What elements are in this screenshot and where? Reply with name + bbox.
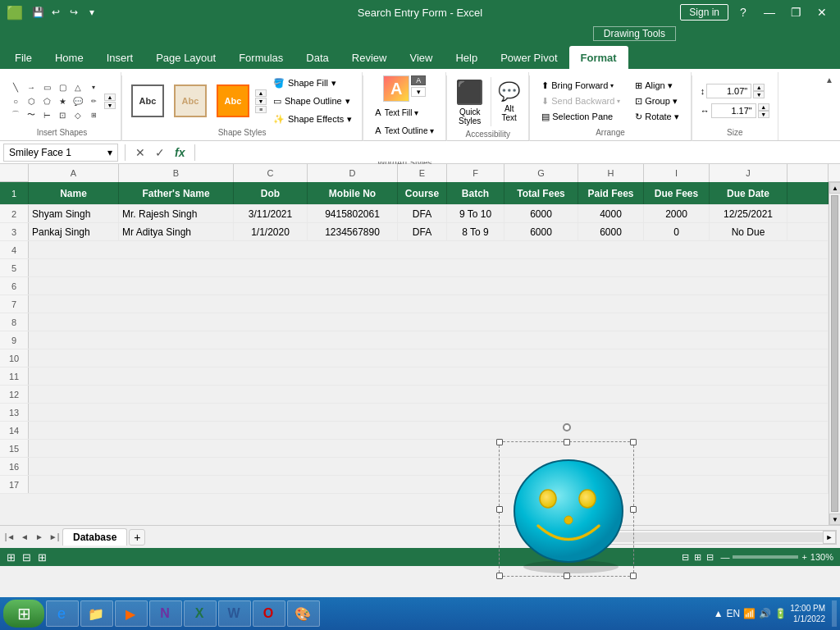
shape-hexagon[interactable]: ⬡ bbox=[24, 94, 39, 107]
cell-header-fathername[interactable]: Father's Name bbox=[119, 182, 234, 204]
maximize-button[interactable]: ❐ bbox=[784, 4, 807, 21]
col-header-i[interactable]: I bbox=[644, 164, 710, 182]
tray-battery-icon[interactable]: 🔋 bbox=[774, 608, 787, 619]
cell-3-f[interactable]: 8 To 9 bbox=[447, 223, 504, 240]
row-num-6[interactable]: 6 bbox=[0, 277, 29, 294]
pagebreak-view-btn[interactable]: ⊟ bbox=[706, 552, 714, 563]
col-header-d[interactable]: D bbox=[308, 164, 398, 182]
handle-tl[interactable] bbox=[496, 439, 503, 445]
send-backward-btn[interactable]: ⬇ Send Backward ▾ bbox=[535, 94, 627, 108]
row-num-13[interactable]: 13 bbox=[0, 404, 29, 421]
tab-page-layout[interactable]: Page Layout bbox=[144, 46, 227, 69]
row-num-12[interactable]: 12 bbox=[0, 386, 29, 403]
row-num-4[interactable]: 4 bbox=[0, 241, 29, 258]
row-num-10[interactable]: 10 bbox=[0, 349, 29, 367]
row-num-2[interactable]: 2 bbox=[0, 205, 29, 222]
shape-rect[interactable]: ▭ bbox=[39, 80, 54, 94]
shape-callout[interactable]: 💬 bbox=[71, 94, 85, 107]
send-backward-dropdown[interactable]: ▾ bbox=[617, 98, 620, 105]
shape-frame[interactable]: ⊡ bbox=[55, 108, 70, 121]
shape-curve[interactable]: 〜 bbox=[24, 108, 39, 121]
tab-review[interactable]: Review bbox=[340, 46, 399, 69]
fill-dropdown[interactable]: ▾ bbox=[331, 78, 336, 89]
shape-expand[interactable]: ⊞ bbox=[86, 108, 101, 121]
handle-bl[interactable] bbox=[496, 573, 503, 579]
row-num-11[interactable]: 11 bbox=[0, 368, 29, 385]
hscroll-right[interactable]: ► bbox=[823, 531, 836, 544]
cancel-formula-btn[interactable]: ✕ bbox=[132, 144, 148, 161]
row-num-3[interactable]: 3 bbox=[0, 223, 29, 240]
width-up[interactable]: ▲ bbox=[758, 103, 769, 111]
shape-outline-btn[interactable]: ▭ Shape Outline ▾ bbox=[268, 93, 357, 109]
wordart-text-dropdown[interactable]: ▾ bbox=[411, 87, 426, 97]
cell-header-name[interactable]: Name bbox=[29, 182, 119, 204]
row-num-14[interactable]: 14 bbox=[0, 422, 29, 439]
shape-pentagon[interactable]: ⬠ bbox=[39, 94, 54, 107]
formula-input[interactable] bbox=[202, 144, 837, 162]
shape-rounded-rect[interactable]: ▢ bbox=[55, 80, 70, 94]
taskbar-media[interactable]: ▶ bbox=[115, 600, 148, 627]
cell-3-b[interactable]: Mr Aditya Singh bbox=[119, 223, 234, 240]
cell-2-h[interactable]: 4000 bbox=[578, 205, 644, 222]
cell-3-i[interactable]: 0 bbox=[644, 223, 710, 240]
tab-formulas[interactable]: Formulas bbox=[227, 46, 294, 69]
bring-forward-dropdown[interactable]: ▾ bbox=[610, 82, 614, 89]
row-num-5[interactable]: 5 bbox=[0, 259, 29, 276]
row-num-7[interactable]: 7 bbox=[0, 295, 29, 313]
minimize-button[interactable]: — bbox=[758, 4, 781, 21]
row-num-8[interactable]: 8 bbox=[0, 313, 29, 331]
wordart-text-outline-btn[interactable]: A Text Outline ▾ bbox=[370, 122, 439, 139]
col-header-c[interactable]: C bbox=[234, 164, 308, 182]
shape-freeform[interactable]: ⌒ bbox=[8, 108, 23, 121]
row-num-9[interactable]: 9 bbox=[0, 331, 29, 349]
col-header-g[interactable]: G bbox=[504, 164, 578, 182]
tray-volume-icon[interactable]: 🔊 bbox=[759, 608, 771, 619]
rotate-btn[interactable]: ↻ Rotate ▾ bbox=[628, 110, 685, 124]
style-sample-3[interactable]: Abc bbox=[212, 76, 253, 126]
scroll-down-btn[interactable]: ▼ bbox=[829, 514, 840, 525]
tab-format[interactable]: Format bbox=[569, 46, 628, 69]
style-scroll-expand[interactable]: ≡ bbox=[255, 106, 267, 113]
col-header-e[interactable]: E bbox=[398, 164, 447, 182]
taskbar-opera[interactable]: O bbox=[253, 600, 285, 627]
shape-star[interactable]: ★ bbox=[55, 94, 70, 107]
cell-3-g[interactable]: 6000 bbox=[504, 223, 578, 240]
confirm-formula-btn[interactable]: ✓ bbox=[152, 144, 168, 161]
handle-tc[interactable] bbox=[564, 439, 570, 445]
redo-quick-btn[interactable]: ↪ bbox=[66, 4, 82, 21]
handle-ml[interactable] bbox=[496, 506, 503, 513]
handle-tr[interactable] bbox=[630, 439, 637, 445]
cell-header-course[interactable]: Course bbox=[398, 182, 447, 204]
sheet-nav-first[interactable]: |◄ bbox=[3, 531, 16, 544]
start-button[interactable]: ⊞ bbox=[3, 600, 44, 628]
tab-help[interactable]: Help bbox=[444, 46, 489, 69]
cell-3-d[interactable]: 1234567890 bbox=[308, 223, 398, 240]
cell-2-g[interactable]: 6000 bbox=[504, 205, 578, 222]
tab-power-pivot[interactable]: Power Pivot bbox=[489, 46, 568, 69]
shape-isosceles[interactable]: △ bbox=[71, 80, 85, 94]
shapes-scroll-mid[interactable]: ▼ bbox=[104, 102, 116, 109]
customize-quick-btn[interactable]: ▾ bbox=[84, 4, 100, 21]
shape-oval[interactable]: ○ bbox=[8, 94, 23, 107]
taskbar-paint[interactable]: 🎨 bbox=[287, 600, 320, 627]
help-icon[interactable]: ? bbox=[732, 4, 755, 21]
style-scroll-down[interactable]: ▼ bbox=[255, 98, 267, 105]
name-box-dropdown[interactable]: ▾ bbox=[107, 147, 112, 158]
tab-data[interactable]: Data bbox=[294, 46, 340, 69]
taskbar-word[interactable]: W bbox=[218, 600, 251, 627]
tray-network-icon[interactable]: 📶 bbox=[743, 608, 756, 619]
add-sheet-btn[interactable]: + bbox=[129, 529, 145, 546]
smiley-face-shape[interactable] bbox=[499, 441, 634, 577]
sheet-nav-last[interactable]: ►| bbox=[48, 531, 61, 544]
tab-view[interactable]: View bbox=[398, 46, 444, 69]
col-header-a[interactable]: A bbox=[29, 164, 119, 182]
col-header-h[interactable]: H bbox=[578, 164, 644, 182]
scroll-up-btn[interactable]: ▲ bbox=[829, 182, 840, 194]
outline-dropdown[interactable]: ▾ bbox=[345, 96, 350, 107]
shape-fill-btn[interactable]: 🪣 Shape Fill ▾ bbox=[268, 75, 357, 91]
tray-expand-icon[interactable]: ▲ bbox=[714, 608, 724, 619]
cell-header-totalfees[interactable]: Total Fees bbox=[504, 182, 578, 204]
tab-insert[interactable]: Insert bbox=[95, 46, 145, 69]
shape-more[interactable]: ▾ bbox=[86, 80, 101, 94]
cell-2-b[interactable]: Mr. Rajesh Singh bbox=[119, 205, 234, 222]
